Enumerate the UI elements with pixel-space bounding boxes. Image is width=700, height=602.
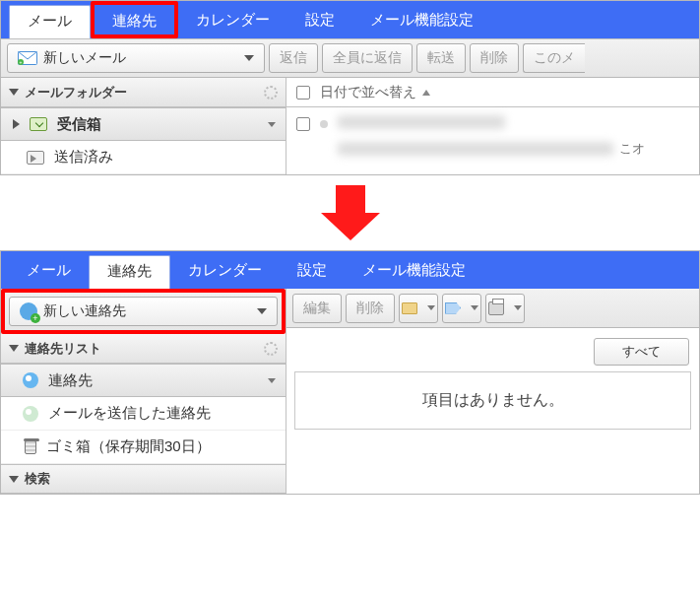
mail-list-area: 日付で並べ替え こオ bbox=[286, 78, 699, 174]
contact-list-header[interactable]: 連絡先リスト bbox=[1, 334, 286, 364]
folder-icon bbox=[402, 302, 417, 314]
new-contact-highlight: 新しい連絡先 bbox=[1, 289, 286, 334]
forward-button[interactable]: 転送 bbox=[416, 43, 466, 73]
print-button[interactable] bbox=[485, 294, 525, 323]
message-sender-redacted bbox=[338, 115, 505, 129]
search-header[interactable]: 検索 bbox=[1, 464, 286, 494]
sidebar-item-contacts[interactable]: 連絡先 bbox=[1, 364, 286, 397]
gear-icon[interactable] bbox=[264, 86, 278, 100]
sidebar-item-trash[interactable]: ゴミ箱（保存期間30日） bbox=[1, 431, 286, 464]
contacts-left-column: 新しい連絡先 連絡先リスト 連絡先 メールを送信した連絡先 ゴミ箱（保存期 bbox=[1, 289, 286, 494]
mail-panel: メール 連絡先 カレンダー 設定 メール機能設定 + 新しいメール 返信 全員に… bbox=[0, 0, 700, 175]
delete-button[interactable]: 削除 bbox=[470, 43, 519, 73]
main-tabbar: メール 連絡先 カレンダー 設定 メール機能設定 bbox=[1, 1, 699, 38]
mail-folders-title: メールフォルダー bbox=[25, 84, 127, 101]
collapse-icon bbox=[9, 476, 19, 483]
reply-button[interactable]: 返信 bbox=[269, 43, 318, 73]
message-row[interactable]: こオ bbox=[286, 107, 699, 166]
sort-asc-icon bbox=[422, 90, 430, 96]
delete-contact-button[interactable]: 削除 bbox=[346, 294, 395, 323]
tab-contacts[interactable]: 連絡先 bbox=[89, 255, 170, 289]
sent-icon bbox=[27, 151, 44, 165]
contact-icon bbox=[23, 372, 38, 388]
tab-mail-settings[interactable]: メール機能設定 bbox=[345, 251, 483, 289]
trash-label: ゴミ箱（保存期間30日） bbox=[46, 437, 211, 456]
show-all-button[interactable]: すべて bbox=[594, 338, 689, 366]
sent-contact-icon bbox=[23, 406, 38, 422]
dropdown-caret-icon bbox=[244, 55, 254, 61]
main-tabbar-2: メール 連絡先 カレンダー 設定 メール機能設定 bbox=[1, 251, 699, 289]
tab-calendar[interactable]: カレンダー bbox=[178, 1, 287, 38]
add-contact-icon bbox=[20, 302, 37, 320]
new-contact-button[interactable]: 新しい連絡先 bbox=[9, 297, 278, 326]
tab-settings[interactable]: 設定 bbox=[287, 1, 352, 38]
message-preview: こオ bbox=[338, 115, 689, 158]
tab-mail-settings[interactable]: メール機能設定 bbox=[352, 1, 491, 38]
new-contact-label: 新しい連絡先 bbox=[43, 302, 126, 320]
collapse-icon bbox=[9, 89, 19, 96]
reply-all-button[interactable]: 全員に返信 bbox=[322, 43, 413, 73]
compose-mail-label: 新しいメール bbox=[43, 49, 126, 67]
tab-mail[interactable]: メール bbox=[9, 251, 89, 289]
tag-button[interactable] bbox=[442, 294, 481, 323]
contacts-toolbar: 編集 削除 bbox=[286, 289, 699, 328]
expand-icon bbox=[13, 119, 20, 129]
print-icon bbox=[488, 301, 504, 315]
tab-contacts-highlighted[interactable]: 連絡先 bbox=[91, 1, 178, 38]
contact-list-title: 連絡先リスト bbox=[25, 340, 101, 358]
dropdown-caret-icon[interactable] bbox=[268, 122, 276, 127]
tab-settings[interactable]: 設定 bbox=[280, 251, 345, 289]
mail-icon: + bbox=[18, 51, 37, 65]
contacts-panel: メール 連絡先 カレンダー 設定 メール機能設定 新しい連絡先 連絡先リスト bbox=[0, 250, 700, 495]
inbox-icon bbox=[30, 117, 47, 131]
contacts-right-column: 編集 削除 すべて 項目はありません。 bbox=[286, 289, 699, 494]
collapse-icon bbox=[9, 345, 19, 352]
inbox-label: 受信箱 bbox=[57, 115, 101, 134]
sidebar-item-sent-contacts[interactable]: メールを送信した連絡先 bbox=[1, 397, 286, 431]
mail-sidebar: メールフォルダー 受信箱 送信済み bbox=[1, 78, 286, 174]
unread-dot-icon bbox=[320, 120, 328, 128]
sent-label: 送信済み bbox=[54, 148, 113, 167]
sort-by-date-label[interactable]: 日付で並べ替え bbox=[320, 84, 416, 101]
tag-icon bbox=[445, 302, 461, 314]
contacts-label: 連絡先 bbox=[48, 371, 93, 390]
mail-list-header: 日付で並べ替え bbox=[286, 78, 699, 107]
empty-list-message: 項目はありません。 bbox=[294, 371, 691, 430]
select-all-checkbox[interactable] bbox=[296, 86, 310, 100]
gear-icon[interactable] bbox=[264, 342, 278, 356]
tab-mail[interactable]: メール bbox=[9, 5, 91, 38]
dropdown-caret-icon bbox=[257, 308, 267, 314]
dropdown-caret-icon bbox=[471, 305, 478, 310]
message-snippet-suffix: こオ bbox=[619, 140, 645, 158]
mail-toolbar: + 新しいメール 返信 全員に返信 転送 削除 このメ bbox=[1, 38, 699, 78]
svg-text:+: + bbox=[20, 59, 23, 65]
search-title: 検索 bbox=[25, 470, 50, 488]
sidebar-item-sent[interactable]: 送信済み bbox=[1, 141, 286, 174]
sent-contacts-label: メールを送信した連絡先 bbox=[48, 404, 211, 423]
tab-calendar[interactable]: カレンダー bbox=[170, 251, 280, 289]
compose-mail-button[interactable]: + 新しいメール bbox=[7, 43, 265, 73]
edit-button[interactable]: 編集 bbox=[292, 294, 342, 323]
mail-folders-header[interactable]: メールフォルダー bbox=[1, 78, 286, 107]
row-checkbox[interactable] bbox=[296, 117, 310, 131]
this-mail-button[interactable]: このメ bbox=[523, 43, 585, 73]
dropdown-caret-icon bbox=[427, 305, 435, 310]
trash-icon bbox=[25, 440, 36, 454]
mail-body: メールフォルダー 受信箱 送信済み 日付で並べ替え bbox=[1, 78, 699, 174]
message-subject-redacted bbox=[338, 142, 613, 156]
down-arrow-icon bbox=[321, 185, 380, 240]
sidebar-item-inbox[interactable]: 受信箱 bbox=[1, 107, 286, 141]
dropdown-caret-icon[interactable] bbox=[268, 378, 276, 383]
move-to-folder-button[interactable] bbox=[399, 294, 438, 323]
dropdown-caret-icon bbox=[514, 305, 522, 310]
